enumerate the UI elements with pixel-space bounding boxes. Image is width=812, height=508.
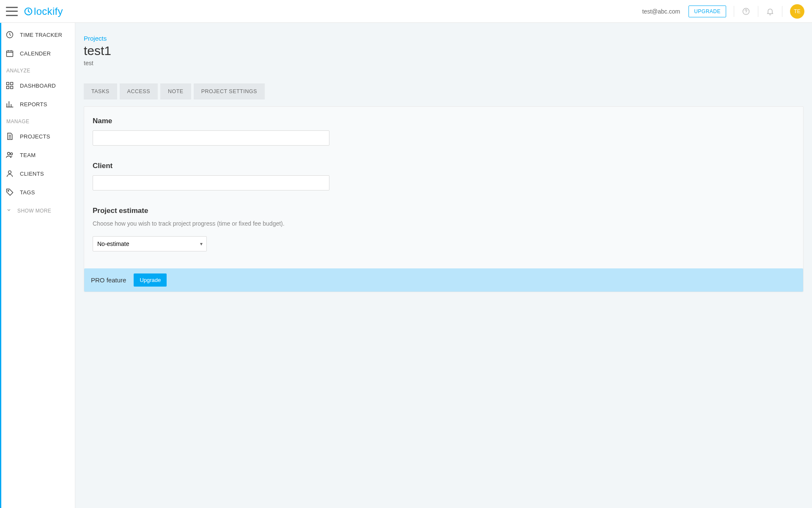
sidebar-item-label: TAGS [20,189,35,196]
sidebar-item-label: TEAM [20,152,36,158]
name-input[interactable] [93,130,329,146]
logo[interactable]: lockify [24,6,63,17]
page-subtitle: test [84,60,804,66]
document-icon [5,132,14,141]
bell-icon[interactable] [766,7,774,16]
pro-label: PRO feature [91,276,126,284]
barchart-icon [5,100,14,108]
team-icon [5,151,14,159]
pro-upgrade-button[interactable]: Upgrade [134,273,167,287]
sidebar-heading-manage: MANAGE [1,113,75,127]
sidebar: TIME TRACKER CALENDER ANALYZE DASHBOARD … [0,23,75,508]
main-content: Projects test1 test TASKS ACCESS NOTE PR… [75,23,812,508]
sidebar-item-label: DASHBOARD [20,83,56,89]
sidebar-heading-analyze: ANALYZE [1,63,75,76]
estimate-helper: Choose how you wish to track project pro… [93,220,795,227]
page-title: test1 [84,44,804,58]
sidebar-item-dashboard[interactable]: DASHBOARD [1,76,75,95]
client-icon [5,169,14,178]
sidebar-item-label: TIME TRACKER [20,32,62,38]
calendar-icon [5,49,14,58]
estimate-label: Project estimate [93,207,795,215]
svg-point-11 [8,171,11,174]
svg-rect-6 [11,83,13,85]
sidebar-item-reports[interactable]: REPORTS [1,95,75,113]
clock-logo-icon [24,7,33,16]
sidebar-item-label: CALENDER [20,50,51,57]
svg-point-12 [8,190,9,191]
sidebar-item-team[interactable]: TEAM [1,146,75,164]
menu-toggle[interactable] [6,7,18,16]
svg-rect-4 [7,51,13,56]
tab-access[interactable]: ACCESS [120,83,158,99]
user-email: test@abc.com [642,8,680,15]
tab-note[interactable]: NOTE [160,83,191,99]
sidebar-item-calendar[interactable]: CALENDER [1,44,75,63]
chevron-down-icon [6,207,11,214]
svg-point-10 [11,153,13,155]
help-icon[interactable] [742,7,750,16]
sidebar-show-more-label: SHOW MORE [17,208,51,214]
svg-rect-7 [7,86,9,89]
breadcrumb[interactable]: Projects [84,35,107,42]
sidebar-item-projects[interactable]: PROJECTS [1,127,75,146]
sidebar-item-clients[interactable]: CLIENTS [1,164,75,183]
grid-icon [5,81,14,90]
settings-card: Name Client Project estimate Choose how … [84,106,804,292]
sidebar-item-tags[interactable]: TAGS [1,183,75,202]
divider [758,6,758,17]
topbar: lockify test@abc.com UPGRADE TE [0,0,812,23]
client-input[interactable] [93,175,329,190]
avatar[interactable]: TE [790,4,804,19]
svg-point-9 [8,152,10,155]
tag-icon [5,188,14,196]
divider [782,6,782,17]
svg-point-2 [746,13,746,13]
tabs: TASKS ACCESS NOTE PROJECT SETTINGS [84,83,804,99]
logo-text: lockify [34,6,63,17]
tab-tasks[interactable]: TASKS [84,83,117,99]
sidebar-item-label: CLIENTS [20,171,44,177]
sidebar-item-time-tracker[interactable]: TIME TRACKER [1,25,75,44]
divider [734,6,734,17]
pro-banner: PRO feature Upgrade [84,268,803,292]
estimate-select[interactable]: No-estimate [93,236,207,251]
upgrade-button[interactable]: UPGRADE [689,6,726,17]
svg-rect-8 [11,86,13,89]
tab-project-settings[interactable]: PROJECT SETTINGS [194,83,265,99]
client-label: Client [93,162,795,170]
sidebar-item-label: REPORTS [20,101,47,108]
sidebar-item-label: PROJECTS [20,133,50,140]
svg-rect-5 [7,83,9,85]
name-label: Name [93,117,795,125]
clock-icon [5,30,14,39]
sidebar-show-more[interactable]: SHOW MORE [1,202,75,219]
